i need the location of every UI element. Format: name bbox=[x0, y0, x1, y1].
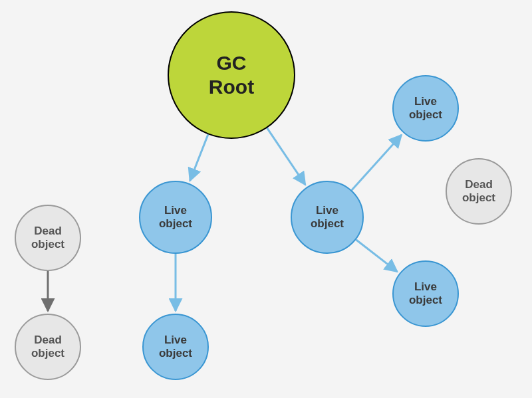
edge-arrow bbox=[352, 135, 402, 190]
live-object-label-2: object bbox=[409, 108, 442, 121]
live-object-label-2: object bbox=[409, 294, 442, 306]
live-object-node: Live object bbox=[392, 75, 459, 142]
dead-object-node: Dead object bbox=[446, 158, 512, 225]
dead-object-node: Dead object bbox=[15, 205, 81, 271]
dead-object-label-2: object bbox=[462, 191, 495, 204]
live-object-node: Live object bbox=[139, 181, 212, 254]
gc-root-node: GC Root bbox=[168, 11, 295, 139]
edge-arrow bbox=[356, 240, 397, 272]
live-object-label-2: object bbox=[159, 217, 192, 230]
edge-arrow bbox=[190, 134, 208, 181]
live-object-node: Live object bbox=[392, 260, 459, 327]
edge-arrow bbox=[267, 128, 306, 185]
live-object-node: Live object bbox=[142, 314, 209, 380]
live-object-label-1: Live bbox=[164, 334, 187, 346]
dead-object-label-1: Dead bbox=[34, 225, 62, 237]
dead-object-label-2: object bbox=[31, 347, 65, 359]
live-object-label-1: Live bbox=[316, 204, 338, 217]
gc-root-label-2: Root bbox=[209, 76, 254, 98]
live-object-label-1: Live bbox=[414, 280, 437, 293]
live-object-label-2: object bbox=[159, 347, 192, 359]
dead-object-node: Dead object bbox=[15, 314, 81, 380]
dead-object-label-1: Dead bbox=[465, 178, 493, 191]
dead-object-label-2: object bbox=[31, 238, 65, 250]
live-object-label-1: Live bbox=[164, 204, 187, 217]
live-object-label-1: Live bbox=[414, 95, 437, 108]
dead-object-label-1: Dead bbox=[34, 334, 62, 346]
gc-root-label-1: GC bbox=[217, 52, 247, 74]
live-object-label-2: object bbox=[311, 217, 344, 230]
live-object-node: Live object bbox=[291, 181, 364, 254]
